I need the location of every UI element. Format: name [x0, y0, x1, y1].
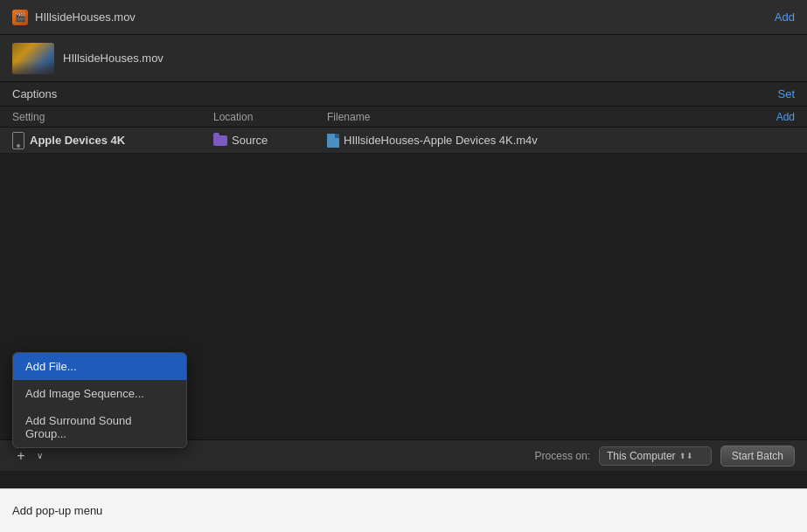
title-bar: 🎬 HIllsideHouses.mov Add	[0, 0, 807, 35]
add-plus-button[interactable]: +	[12, 447, 30, 465]
file-row-name: HIllsideHouses.mov	[63, 52, 163, 65]
window-title: HIllsideHouses.mov	[35, 10, 136, 24]
process-selector[interactable]: This Computer ⬆⬇	[599, 446, 712, 466]
process-chevron-icon: ⬆⬇	[679, 452, 693, 460]
captions-set-button[interactable]: Set	[777, 87, 795, 100]
folder-icon	[213, 135, 227, 146]
menu-item-add-file[interactable]: Add File...	[13, 353, 186, 380]
file-row: HIllsideHouses.mov	[0, 35, 807, 82]
menu-item-add-image-sequence[interactable]: Add Image Sequence...	[13, 380, 186, 407]
app-icon: 🎬	[12, 10, 28, 25]
captions-row: Captions Set	[0, 82, 807, 107]
cell-filename: HIllsideHouses-Apple Devices 4K.m4v	[327, 134, 795, 148]
add-dropdown-menu: Add File... Add Image Sequence... Add Su…	[12, 352, 187, 448]
table-add-button[interactable]: Add	[776, 111, 795, 123]
cell-setting: Apple Devices 4K	[12, 132, 213, 149]
table-header: Setting Location Filename Add	[0, 107, 807, 128]
process-selected-value: This Computer	[607, 450, 676, 462]
bottom-bar-right: Process on: This Computer ⬆⬇ Start Batch	[535, 446, 795, 466]
captions-label: Captions	[12, 87, 57, 100]
start-batch-button[interactable]: Start Batch	[720, 446, 795, 466]
location-value: Source	[232, 134, 268, 147]
file-thumbnail	[12, 43, 54, 74]
title-bar-left: 🎬 HIllsideHouses.mov	[12, 10, 136, 25]
file-icon	[327, 134, 339, 148]
tooltip-label-bar: Add pop-up menu	[0, 488, 807, 532]
col-filename-header: Filename	[327, 111, 776, 123]
col-setting-header: Setting	[12, 111, 213, 123]
add-chevron-button[interactable]: ∨	[33, 447, 45, 465]
tooltip-text: Add pop-up menu	[12, 504, 102, 517]
cell-location: Source	[213, 134, 327, 147]
process-on-label: Process on:	[535, 450, 590, 462]
filename-value: HIllsideHouses-Apple Devices 4K.m4v	[344, 134, 538, 147]
setting-value: Apple Devices 4K	[30, 134, 125, 147]
col-location-header: Location	[213, 111, 327, 123]
bottom-bar-left: + ∨	[12, 447, 45, 465]
title-add-button[interactable]: Add	[775, 10, 795, 24]
table-row: Apple Devices 4K Source HIllsideHouses-A…	[0, 128, 807, 154]
menu-item-add-surround-sound[interactable]: Add Surround Sound Group...	[13, 407, 186, 447]
device-icon	[12, 132, 24, 149]
